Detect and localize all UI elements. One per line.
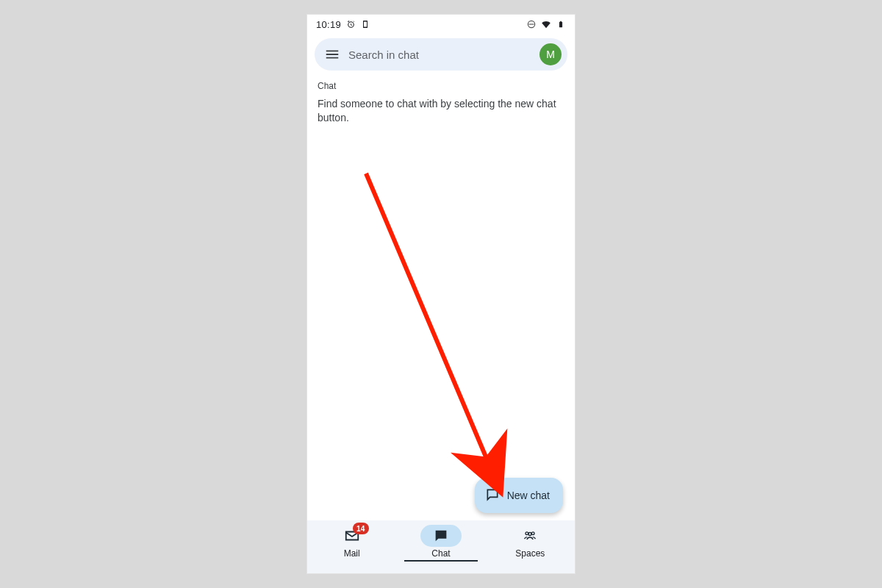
nav-spaces[interactable]: Spaces [493, 525, 567, 559]
search-placeholder: Search in chat [348, 49, 539, 61]
new-chat-label: New chat [507, 490, 550, 501]
spaces-icon [509, 525, 551, 547]
nav-mail[interactable]: 14 Mail [315, 525, 389, 559]
svg-point-3 [532, 532, 535, 535]
nav-spaces-label: Spaces [515, 548, 545, 559]
section-heading: Chat [318, 81, 564, 91]
search-bar[interactable]: Search in chat M [315, 38, 567, 71]
nav-chat-label: Chat [431, 548, 450, 559]
bottom-nav: 14 Mail Chat [307, 520, 575, 573]
wifi-icon [541, 19, 551, 29]
account-avatar[interactable]: M [539, 43, 562, 65]
alarm-icon [345, 19, 356, 29]
mail-badge: 14 [353, 523, 369, 534]
status-time: 10:19 [316, 19, 341, 30]
device-icon [360, 19, 370, 29]
do-not-disturb-icon [526, 19, 537, 29]
status-bar: 10:19 [307, 15, 575, 34]
hamburger-menu-icon[interactable] [323, 46, 341, 63]
nav-chat[interactable]: Chat [404, 525, 478, 562]
battery-icon [556, 19, 566, 29]
new-chat-button[interactable]: New chat [475, 478, 563, 513]
phone-frame: 10:19 [307, 15, 575, 573]
empty-state-text: Find someone to chat with by selecting t… [318, 97, 564, 125]
svg-point-4 [528, 533, 531, 536]
nav-mail-label: Mail [344, 548, 360, 559]
mail-icon: 14 [331, 525, 373, 547]
svg-point-2 [526, 532, 528, 535]
chat-icon [420, 525, 462, 547]
chat-bubble-icon [485, 487, 500, 504]
